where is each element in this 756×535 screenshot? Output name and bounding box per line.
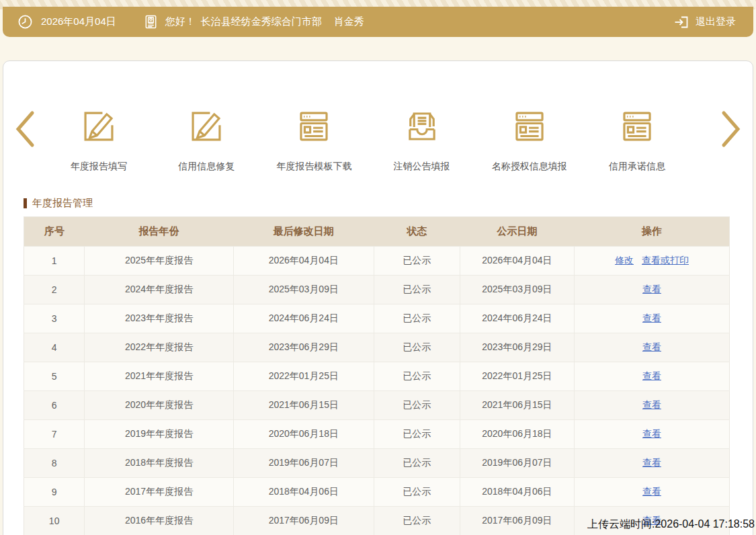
greeting-text: 您好！ [165,15,196,28]
action-link-view-print[interactable]: 查看或打印 [642,255,689,265]
row-status: 已公示 [374,478,460,507]
row-seq: 10 [24,507,85,535]
row-published: 2018年04月06日 [460,478,574,507]
row-modified: 2026年04月04日 [233,247,374,276]
row-year: 2021年年度报告 [85,362,234,391]
row-status: 已公示 [374,333,460,362]
action-link-view[interactable]: 查看 [642,284,661,294]
table-row: 6 2020年年度报告 2021年06月15日 已公示 2021年06月15日 … [24,391,730,420]
row-published: 2021年06月15日 [460,391,574,420]
row-year: 2023年年度报告 [85,304,234,333]
user-name: 肖金秀 [334,15,364,28]
table-row: 5 2021年年度报告 2022年01月25日 已公示 2022年01月25日 … [24,362,730,391]
carousel-item-label: 年度报告填写 [71,161,127,173]
row-published: 2020年06月18日 [460,420,574,449]
row-seq: 1 [24,247,85,276]
col-header-status: 状态 [374,217,460,247]
row-year: 2022年年度报告 [85,333,234,362]
col-header-modified: 最后修改日期 [233,217,374,247]
row-modified: 2021年06月15日 [233,391,374,420]
row-year: 2020年年度报告 [85,391,234,420]
row-seq: 7 [24,420,85,449]
row-published: 2023年06月29日 [460,333,574,362]
col-header-actions: 操作 [574,217,729,247]
action-link-view[interactable]: 查看 [642,457,661,468]
row-status: 已公示 [374,247,460,276]
table-row: 8 2018年年度报告 2019年06月07日 已公示 2019年06月07日 … [24,449,730,478]
row-published: 2017年06月09日 [460,507,574,535]
row-published: 2019年06月07日 [460,449,574,478]
upload-cloud-timestamp: 上传云端时间:2026-04-04 17:18:58 [587,518,755,532]
row-actions: 查看 [574,449,729,478]
row-status: 已公示 [374,420,460,449]
row-year: 2024年年度报告 [85,276,234,304]
topbar: 2026年04月04日 您好！ 长治县经纺金秀综合门市部 肖金秀 退出登录 [3,7,753,37]
row-modified: 2025年03月09日 [233,276,374,304]
content-card: 年度报告填写 信用信息修复 年度报告模板下载 [3,60,753,535]
row-actions: 查看 [574,276,729,304]
webpage-icon [294,107,333,146]
carousel-item-annual-report-fill[interactable]: 年度报告填写 [45,107,153,173]
table-row: 4 2022年年度报告 2023年06月29日 已公示 2023年06月29日 … [24,333,730,362]
carousel-item-name-authorization[interactable]: 名称授权信息填报 [476,107,583,173]
row-seq: 8 [24,449,85,478]
action-link-view[interactable]: 查看 [642,370,661,381]
row-status: 已公示 [374,304,460,333]
chevron-left-icon [15,110,35,148]
table-row: 9 2017年年度报告 2018年04月06日 已公示 2018年04月06日 … [24,478,730,507]
row-actions: 查看 [574,304,729,333]
carousel-item-label: 信用承诺信息 [609,161,665,173]
company-name: 长治县经纺金秀综合门市部 [201,15,322,28]
logout-icon [673,14,689,30]
title-bullet [24,198,27,208]
logout-label: 退出登录 [696,15,736,28]
annual-report-table: 序号 报告年份 最后修改日期 状态 公示日期 操作 1 2025年年度报告 20… [24,216,730,535]
action-link-view[interactable]: 查看 [642,428,661,439]
row-modified: 2020年06月18日 [233,420,374,449]
carousel-item-credit-commitment[interactable]: 信用承诺信息 [583,107,691,173]
row-modified: 2022年01月25日 [233,362,374,391]
row-year: 2017年年度报告 [85,478,234,507]
action-link-view[interactable]: 查看 [642,486,661,497]
table-row: 3 2023年年度报告 2024年06月24日 已公示 2024年06月24日 … [24,304,730,333]
row-published: 2022年01月25日 [460,362,574,391]
row-actions: 查看 [574,420,729,449]
row-year: 2019年年度报告 [85,420,234,449]
action-link-view[interactable]: 查看 [642,341,661,352]
webpage-icon [618,107,657,146]
carousel-next-button[interactable] [719,110,743,149]
carousel-prev-button[interactable] [13,110,37,149]
carousel-item-label: 信用信息修复 [178,161,235,173]
row-seq: 5 [24,362,85,391]
row-seq: 3 [24,304,85,333]
row-modified: 2023年06月29日 [233,333,374,362]
row-published: 2025年03月09日 [460,276,574,304]
carousel-item-template-download[interactable]: 年度报告模板下载 [260,107,368,173]
action-link-view[interactable]: 查看 [642,399,661,410]
edit-icon [79,107,118,146]
row-year: 2018年年度报告 [85,449,234,478]
table-row: 7 2019年年度报告 2020年06月18日 已公示 2020年06月18日 … [24,420,730,449]
action-link-view[interactable]: 查看 [642,313,661,323]
inbox-icon [403,107,442,146]
edit-icon [187,107,226,146]
table-row: 2 2024年年度报告 2025年03月09日 已公示 2025年03月09日 … [24,276,730,304]
action-link-modify[interactable]: 修改 [615,255,634,265]
current-date: 2026年04月04日 [41,15,116,28]
row-published: 2026年04月04日 [460,247,574,276]
id-card-icon [143,14,159,30]
row-seq: 6 [24,391,85,420]
row-year: 2025年年度报告 [85,247,234,276]
carousel-item-credit-repair[interactable]: 信用信息修复 [153,107,260,173]
carousel-item-label: 名称授权信息填报 [492,161,567,173]
row-actions: 查看 [574,362,729,391]
clock-icon [17,14,33,30]
row-seq: 9 [24,478,85,507]
carousel-item-deregistration-notice[interactable]: 注销公告填报 [368,107,476,173]
row-status: 已公示 [374,507,460,535]
logout-button[interactable]: 退出登录 [673,14,736,30]
col-header-published: 公示日期 [460,217,574,247]
row-published: 2024年06月24日 [460,304,574,333]
row-modified: 2024年06月24日 [233,304,374,333]
row-actions: 修改查看或打印 [574,247,729,276]
